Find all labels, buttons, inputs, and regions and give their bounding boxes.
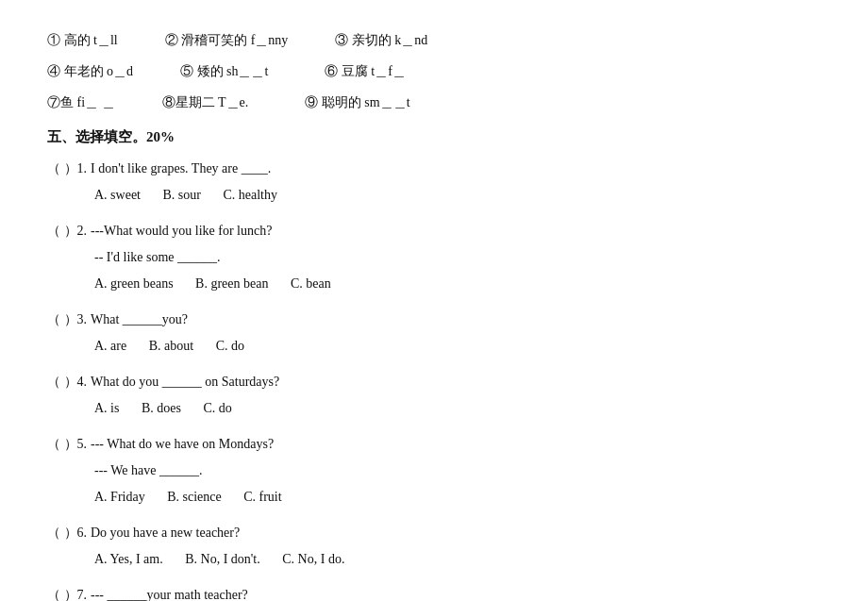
q6-optA: A. Yes, I am. bbox=[94, 552, 163, 566]
q7-text: --- ______your math teacher? bbox=[91, 582, 248, 601]
q3-optC: C. do bbox=[216, 339, 244, 353]
question-3: （ ）3. What ______you? A. are B. about C.… bbox=[47, 307, 821, 359]
item-7: ⑦鱼 fi＿ ＿ bbox=[47, 91, 115, 114]
q2-optC: C. bean bbox=[291, 276, 331, 291]
q1-optB: B. sour bbox=[163, 188, 201, 202]
section2-title: 五、选择填空。20% bbox=[47, 128, 821, 146]
q4-line: （ ）4. What do you ______ on Saturdays? bbox=[47, 369, 821, 395]
q4-options: A. is B. does C. do bbox=[94, 395, 821, 422]
q4-text: What do you ______ on Saturdays? bbox=[91, 369, 279, 395]
q5-text2: --- We have ______. bbox=[94, 458, 202, 484]
q5-num: （ ）5. bbox=[47, 431, 87, 458]
question-5: （ ）5. --- What do we have on Mondays? --… bbox=[47, 431, 821, 510]
q6-text: Do you have a new teacher? bbox=[91, 520, 240, 546]
q5-optA: A. Friday bbox=[94, 490, 145, 504]
row3: ⑦鱼 fi＿ ＿ ⑧星期二 T＿e. ⑨ 聪明的 sm＿＿t bbox=[47, 91, 821, 114]
q7-num: （ ）7. bbox=[47, 582, 87, 601]
q2-line2: -- I'd like some ______. bbox=[94, 244, 821, 271]
question-6: （ ）6. Do you have a new teacher? A. Yes,… bbox=[47, 520, 821, 573]
questions-container: （ ）1. I don't like grapes. They are ____… bbox=[47, 156, 821, 601]
q3-optA: A. are bbox=[94, 339, 126, 353]
q6-optB: B. No, I don't. bbox=[185, 552, 260, 566]
item-3: ③ 亲切的 k＿nd bbox=[335, 28, 427, 52]
q5-options: A. Friday B. science C. fruit bbox=[94, 484, 821, 510]
section1-rows: ① 高的 t＿ll ② 滑稽可笑的 f＿nny ③ 亲切的 k＿nd ④ 年老的… bbox=[47, 28, 821, 115]
question-2: （ ）2. ---What would you like for lunch? … bbox=[47, 218, 821, 297]
q4-optA: A. is bbox=[94, 401, 119, 415]
q3-line: （ ）3. What ______you? bbox=[47, 307, 821, 333]
q2-optA: A. green beans bbox=[94, 276, 174, 291]
row2: ④ 年老的 o＿d ⑤ 矮的 sh＿＿t ⑥ 豆腐 t＿f＿ bbox=[47, 59, 821, 83]
item-9: ⑨ 聪明的 sm＿＿t bbox=[305, 91, 409, 114]
q2-num: （ ）2. bbox=[47, 218, 87, 244]
q2-options: A. green beans B. green bean C. bean bbox=[94, 271, 821, 297]
q6-optC: C. No, I do. bbox=[282, 552, 344, 566]
item-5: ⑤ 矮的 sh＿＿t bbox=[180, 59, 268, 83]
q4-optB: B. does bbox=[142, 401, 181, 415]
q2-text2: -- I'd like some ______. bbox=[94, 244, 221, 271]
q5-optC: C. fruit bbox=[243, 490, 281, 504]
q5-text: --- What do we have on Mondays? bbox=[91, 431, 274, 458]
item-8: ⑧星期二 T＿e. bbox=[162, 91, 249, 114]
question-4: （ ）4. What do you ______ on Saturdays? A… bbox=[47, 369, 821, 422]
q2-text: ---What would you like for lunch? bbox=[91, 218, 272, 244]
q6-line: （ ）6. Do you have a new teacher? bbox=[47, 520, 821, 546]
q1-options: A. sweet B. sour C. healthy bbox=[94, 182, 821, 209]
row1: ① 高的 t＿ll ② 滑稽可笑的 f＿nny ③ 亲切的 k＿nd bbox=[47, 28, 821, 52]
q6-num: （ ）6. bbox=[47, 520, 87, 546]
q3-text: What ______you? bbox=[91, 307, 188, 333]
q1-line: （ ）1. I don't like grapes. They are ____… bbox=[47, 156, 821, 182]
q5-optB: B. science bbox=[167, 490, 222, 504]
q5-line2: --- We have ______. bbox=[94, 458, 821, 484]
q1-optA: A. sweet bbox=[94, 188, 141, 202]
q4-optC: C. do bbox=[203, 401, 231, 415]
item-2: ② 滑稽可笑的 f＿nny bbox=[165, 28, 289, 52]
q4-num: （ ）4. bbox=[47, 369, 87, 395]
q6-options: A. Yes, I am. B. No, I don't. C. No, I d… bbox=[94, 546, 821, 573]
q1-num: （ ）1. bbox=[47, 156, 87, 182]
q3-options: A. are B. about C. do bbox=[94, 333, 821, 359]
q3-num: （ ）3. bbox=[47, 307, 87, 333]
q7-line: （ ）7. --- ______your math teacher? bbox=[47, 582, 821, 601]
item-6: ⑥ 豆腐 t＿f＿ bbox=[325, 59, 406, 83]
q2-optB: B. green bean bbox=[195, 276, 268, 291]
q5-line: （ ）5. --- What do we have on Mondays? bbox=[47, 431, 821, 458]
question-1: （ ）1. I don't like grapes. They are ____… bbox=[47, 156, 821, 209]
question-7: （ ）7. --- ______your math teacher? --- M… bbox=[47, 582, 821, 601]
q1-optC: C. healthy bbox=[223, 188, 277, 202]
item-1: ① 高的 t＿ll bbox=[47, 28, 118, 52]
item-4: ④ 年老的 o＿d bbox=[47, 59, 133, 83]
q1-text: I don't like grapes. They are ____. bbox=[91, 156, 271, 182]
q3-optB: B. about bbox=[149, 339, 193, 353]
q2-line: （ ）2. ---What would you like for lunch? bbox=[47, 218, 821, 244]
